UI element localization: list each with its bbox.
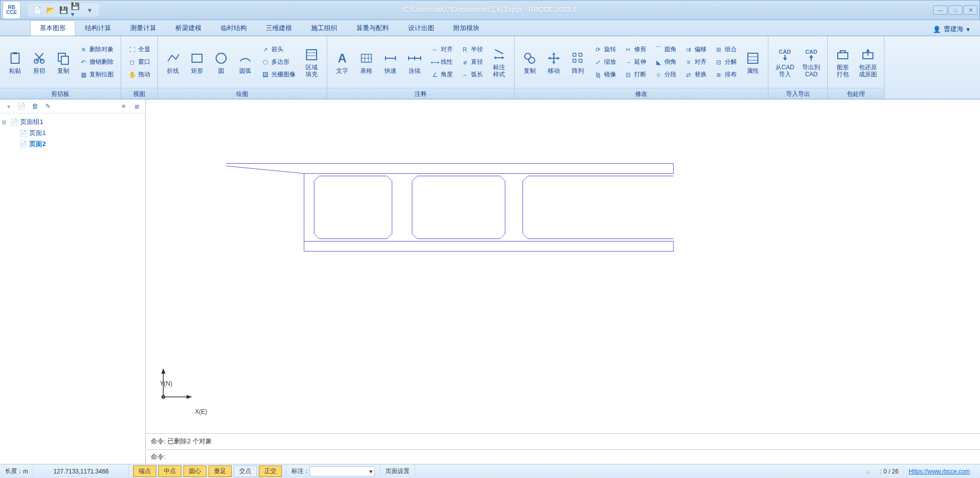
tree-page1-node[interactable]: 📄 页面1 [11,128,143,139]
drawing-canvas[interactable]: Y(N) X(E) [146,99,980,434]
save-as-icon[interactable]: 💾▾ [71,5,82,16]
pan-button[interactable]: ✋拖动 [126,69,152,80]
group-button[interactable]: ⊞组合 [713,44,739,55]
break-button[interactable]: ⊟打断 [622,69,648,80]
outdent-icon[interactable]: ≡ [119,102,128,111]
ungroup-button[interactable]: ⊟分解 [713,57,739,67]
arclength-dim-button[interactable]: ⌢弧长 [459,69,485,80]
snap-perp[interactable]: 垂足 [209,465,232,477]
indent-icon[interactable]: ≣ [132,102,141,111]
tab-struct-calc[interactable]: 结构计算 [75,20,121,36]
rotate-button[interactable]: ⟳旋转 [592,44,618,55]
edit-page-icon[interactable]: ✎ [43,102,52,111]
tab-temp-struct[interactable]: 临时结构 [211,20,256,36]
snap-midpoint[interactable]: 中点 [158,465,181,477]
filter-icon[interactable]: ⌕ [866,468,870,475]
table-button[interactable]: 表格 [354,48,378,76]
dim-style-combo[interactable]: ▾ [310,466,375,476]
snap-ortho[interactable]: 正交 [259,465,282,477]
selection-count: : 0 / 26 [880,468,899,475]
array-button[interactable]: 阵列 [566,48,590,76]
new-page-icon[interactable]: 📄 [17,102,26,111]
offset-button[interactable]: ⇉偏移 [682,44,709,55]
linear-dim-button[interactable]: ⟷线性 [429,57,455,67]
snap-endpoint[interactable]: 端点 [133,465,156,477]
raster-button[interactable]: 🖼光栅图像 [259,69,298,80]
properties-button[interactable]: 属性 [741,48,765,76]
tab-addon[interactable]: 附加模块 [444,20,489,36]
arc-button[interactable]: 圆弧 [233,48,257,76]
delete-page-icon[interactable]: 🗑 [30,102,39,111]
tab-basic-drawing[interactable]: 基本图形 [30,20,75,36]
polyline-button[interactable]: 折线 [161,48,185,76]
import-cad-button[interactable]: CAD从CAD 导入 [771,45,798,80]
copy-button[interactable]: 复制 [51,48,75,76]
qat-dropdown-icon[interactable]: ▾ [84,5,95,16]
tab-bridge-model[interactable]: 桥梁建模 [166,20,211,36]
mirror-button[interactable]: ⧎镜像 [592,69,618,80]
cut-button[interactable]: 剪切 [27,48,51,76]
quick-dim-button[interactable]: 快速 [378,48,403,76]
move-button[interactable]: 移动 [542,48,566,76]
page-settings-button[interactable]: 页面设置 [380,464,415,478]
angle-dim-button[interactable]: ∠角度 [429,69,455,80]
paste-button[interactable]: 粘贴 [3,48,27,76]
snap-center[interactable]: 圆心 [183,465,207,477]
linear-icon: ⟷ [431,58,439,66]
chevron-down-icon: ▾ [966,26,970,33]
arrow-button[interactable]: ↗箭头 [259,44,298,55]
polygon-button[interactable]: ⬠多边形 [259,57,298,67]
save-file-icon[interactable]: 💾 [58,5,69,16]
restore-button[interactable]: 包还原 成原图 [855,45,881,80]
delete-object-button[interactable]: ✕删除对象 [77,44,116,55]
zoom-window-button[interactable]: ◻窗口 [126,57,152,67]
add-page-icon[interactable]: ＋ [4,102,13,111]
minimize-button[interactable]: — [933,6,947,15]
dim-align-button[interactable]: ≡对齐 [682,57,709,67]
export-cad-button[interactable]: CAD导出到 CAD [798,45,824,80]
modify-copy-button[interactable]: 复制 [518,48,542,76]
tab-quantity[interactable]: 算量与配料 [347,20,399,36]
close-button[interactable]: ✕ [963,6,977,15]
segment-button[interactable]: ⊹分段 [652,69,678,80]
tab-design-out[interactable]: 设计出图 [399,20,444,36]
scale-button[interactable]: ⤢缩放 [592,57,618,67]
undo-delete-button[interactable]: ↶撤销删除 [77,57,116,67]
copy-bitmap-button[interactable]: ▦复制位图 [77,69,116,80]
user-menu[interactable]: 👤 曹建海 ▾ [933,25,970,36]
svg-marker-25 [494,56,496,59]
diameter-dim-button[interactable]: ⌀直径 [459,57,485,67]
tab-survey-calc[interactable]: 测量计算 [121,20,166,36]
tree-group-node[interactable]: ⊟ 📄 页面组1 [2,116,143,128]
align-dim-button[interactable]: ↔对齐 [429,44,455,55]
show-all-button[interactable]: ⛶全显 [126,44,152,55]
new-file-icon[interactable]: 📄 [32,5,43,16]
svg-point-29 [529,57,535,63]
quick-access-toolbar: 📄 📂 💾 💾▾ ▾ [28,4,99,17]
replace-button[interactable]: ⇄替换 [682,69,709,80]
fillet-button[interactable]: ⌒圆角 [652,44,678,55]
tab-3d-model[interactable]: 三维建模 [256,20,302,36]
collapse-icon[interactable]: ⊟ [2,120,8,125]
tree-page2-node[interactable]: 📄 页面2 [11,139,143,150]
continuous-dim-button[interactable]: 连续 [403,48,427,76]
maximize-button[interactable]: □ [948,6,962,15]
tab-construction[interactable]: 施工组织 [302,20,347,36]
website-link[interactable]: Https://www.rbcce.com [909,468,970,475]
pack-button[interactable]: 图形 打包 [831,45,855,80]
snap-intersection[interactable]: 交点 [234,465,257,477]
region-fill-button[interactable]: 区域 填充 [300,45,324,80]
extend-button[interactable]: →延伸 [622,57,648,67]
order-button[interactable]: ≣排布 [713,69,739,80]
command-line[interactable]: 命令: [146,450,980,464]
chamfer-button[interactable]: ◣倒角 [652,57,678,67]
open-file-icon[interactable]: 📂 [45,5,56,16]
command-input[interactable] [168,453,975,461]
circle-button[interactable]: 圆 [209,48,233,76]
text-button[interactable]: A文字 [330,48,354,76]
rect-button[interactable]: 矩形 [185,48,209,76]
dim-style-button[interactable]: 标注 样式 [487,45,511,80]
trim-button[interactable]: ✂修剪 [622,44,648,55]
radius-dim-button[interactable]: R半径 [459,44,485,55]
svg-rect-1 [13,52,17,54]
